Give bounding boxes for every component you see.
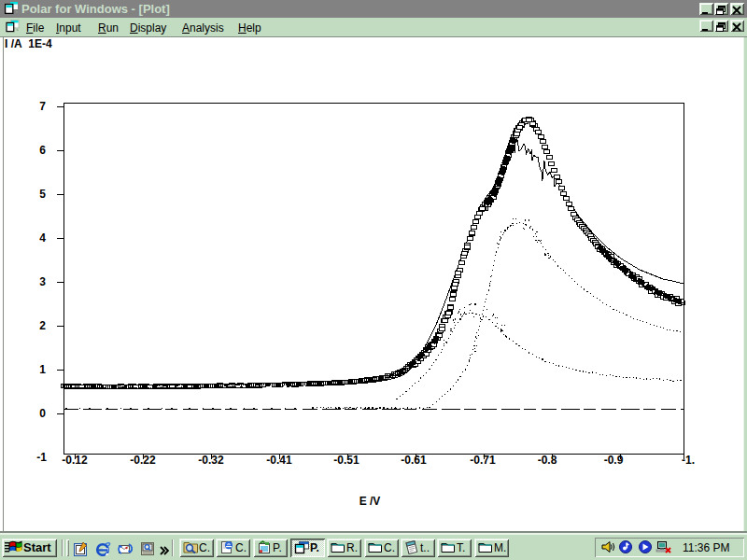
svg-text:7: 7	[39, 100, 46, 113]
svg-text:5: 5	[39, 188, 46, 201]
svg-text:0: 0	[39, 407, 46, 420]
svg-text:4: 4	[39, 231, 46, 245]
svg-text:2: 2	[39, 319, 46, 332]
svg-text:3: 3	[39, 275, 46, 288]
svg-text:I /A 1E-4: I /A 1E-4	[5, 37, 52, 50]
svg-text:-0.41: -0.41	[266, 454, 292, 467]
svg-text:-0.12: -0.12	[62, 454, 88, 467]
svg-text:E /V: E /V	[359, 495, 381, 508]
svg-text:-0.51: -0.51	[333, 454, 359, 467]
svg-text:-1: -1	[36, 451, 47, 464]
svg-text:-0.32: -0.32	[198, 454, 224, 467]
svg-text:-0.9: -0.9	[604, 454, 624, 467]
svg-text:-0.61: -0.61	[401, 454, 427, 467]
svg-text:-1.: -1.	[682, 454, 695, 467]
svg-text:1: 1	[39, 363, 46, 376]
svg-text:-0.8: -0.8	[538, 454, 557, 467]
svg-text:6: 6	[39, 144, 46, 157]
svg-text:-0.71: -0.71	[470, 454, 496, 467]
svg-text:-0.22: -0.22	[130, 454, 156, 467]
